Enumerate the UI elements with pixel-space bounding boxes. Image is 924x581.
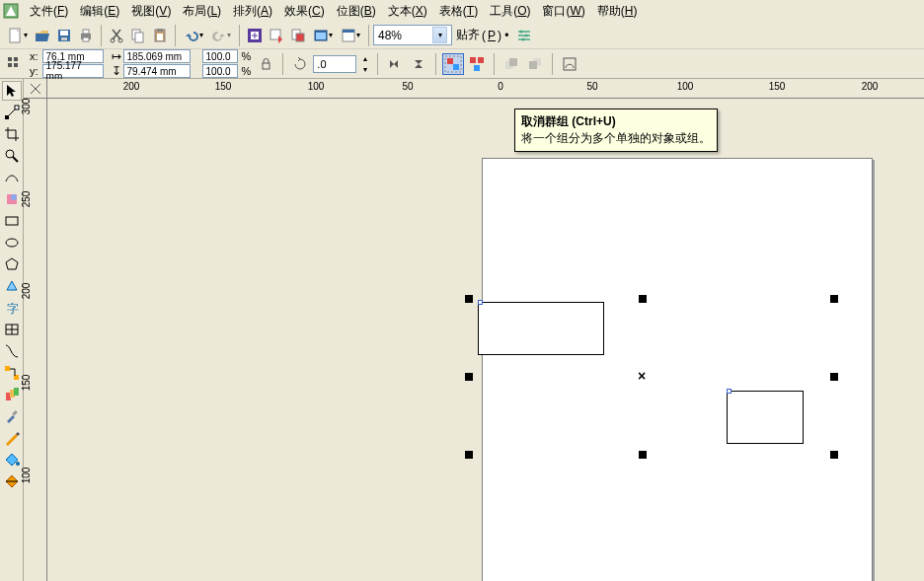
app-launcher-button[interactable]: ▾: [309, 25, 337, 46]
vertical-ruler[interactable]: 300250200150100: [24, 99, 47, 581]
menu-tools[interactable]: 工具(O): [484, 0, 536, 23]
horizontal-ruler[interactable]: 20015010050050100150200: [47, 79, 924, 99]
lock-ratio-button[interactable]: [255, 53, 276, 75]
print-button[interactable]: [75, 25, 97, 46]
fill-tool[interactable]: [2, 450, 22, 470]
x-label: x:: [28, 50, 40, 62]
menu-window[interactable]: 窗口(W): [536, 0, 590, 23]
outline-tool[interactable]: [2, 428, 22, 448]
menu-text[interactable]: 文本(X): [382, 0, 433, 23]
svg-rect-40: [529, 61, 537, 69]
selection-handle[interactable]: [830, 295, 838, 303]
ruler-tick: 250: [21, 189, 32, 209]
mirror-vertical-button[interactable]: [408, 53, 429, 75]
svg-rect-55: [12, 410, 18, 416]
rectangle-shape[interactable]: [727, 391, 804, 444]
freehand-tool[interactable]: [2, 168, 22, 187]
selection-handle[interactable]: [830, 451, 838, 459]
mirror-horizontal-button[interactable]: [384, 53, 406, 75]
snap-to-menu[interactable]: 贴齐(P) •: [452, 27, 513, 43]
selection-handle[interactable]: [465, 451, 473, 459]
ungroup-all-button[interactable]: [466, 53, 488, 75]
zoom-dropdown-icon[interactable]: ▾: [432, 27, 447, 43]
object-origin-marker: [727, 389, 732, 394]
rotation-spin-up[interactable]: ▴: [359, 53, 371, 63]
interactive-fill-tool[interactable]: [2, 472, 22, 491]
copy-button[interactable]: [127, 25, 149, 46]
redo-button[interactable]: ▾: [207, 25, 235, 46]
menu-edit[interactable]: 编辑(E): [74, 0, 125, 23]
import-button[interactable]: [244, 25, 266, 46]
drawing-canvas[interactable]: ×: [47, 99, 924, 581]
rectangle-shape[interactable]: [478, 302, 604, 355]
menu-bar: 文件(F) 编辑(E) 视图(V) 布局(L) 排列(A) 效果(C) 位图(B…: [0, 0, 924, 22]
ruler-tick: 150: [215, 81, 232, 92]
selection-center[interactable]: ×: [638, 368, 646, 384]
dimension-tool[interactable]: [2, 341, 22, 361]
rotation-spin-down[interactable]: ▾: [359, 64, 371, 74]
ellipse-tool[interactable]: [2, 233, 22, 253]
polygon-tool[interactable]: [2, 254, 22, 274]
interactive-blend-tool[interactable]: [2, 385, 22, 404]
shape-tool[interactable]: [2, 103, 22, 122]
selection-handle[interactable]: [639, 451, 647, 459]
selection-handle[interactable]: [465, 295, 473, 303]
table-tool[interactable]: [2, 320, 22, 339]
convert-to-curves-button[interactable]: [559, 53, 580, 75]
width-input[interactable]: 185.069 mm: [123, 49, 191, 63]
menu-arrange[interactable]: 排列(A): [227, 0, 278, 23]
svg-rect-54: [14, 388, 19, 396]
welcome-screen-button[interactable]: ▾: [337, 25, 364, 46]
paste-button[interactable]: [149, 25, 171, 46]
tooltip-body: 将一个组分为多个单独的对象或组。: [521, 130, 711, 147]
text-tool[interactable]: 字: [2, 298, 22, 318]
menu-table[interactable]: 表格(T): [433, 0, 484, 23]
selection-handle[interactable]: [830, 373, 838, 381]
menu-view[interactable]: 视图(V): [125, 0, 177, 23]
rectangle-tool[interactable]: [2, 211, 22, 231]
options-button[interactable]: [513, 25, 535, 46]
svg-point-23: [519, 30, 522, 33]
height-input[interactable]: 79.474 mm: [123, 64, 191, 78]
cut-button[interactable]: [106, 25, 127, 46]
new-button[interactable]: ▾: [4, 25, 32, 46]
smart-fill-tool[interactable]: [2, 189, 22, 209]
scale-x-input[interactable]: 100.0: [202, 49, 238, 63]
width-icon: ↦: [112, 49, 121, 63]
ruler-tick: 50: [586, 81, 597, 92]
basic-shapes-tool[interactable]: [2, 276, 22, 296]
zoom-tool[interactable]: [2, 146, 22, 166]
selection-handle[interactable]: [465, 373, 473, 381]
export-button[interactable]: [266, 25, 287, 46]
scale-y-input[interactable]: 100.0: [202, 64, 238, 78]
menu-bitmap[interactable]: 位图(B): [331, 0, 382, 23]
zoom-level-select[interactable]: 48% ▾: [373, 25, 452, 45]
ungroup-button[interactable]: [442, 53, 464, 75]
to-back-button[interactable]: [524, 53, 546, 75]
svg-rect-16: [270, 30, 280, 39]
svg-point-24: [524, 34, 527, 36]
connector-tool[interactable]: [2, 363, 22, 383]
undo-button[interactable]: ▾: [180, 25, 207, 46]
svg-rect-38: [509, 58, 517, 66]
pick-tool[interactable]: [2, 81, 22, 101]
menu-file[interactable]: 文件(F): [24, 0, 74, 23]
eyedropper-tool[interactable]: [2, 406, 22, 426]
crop-tool[interactable]: [2, 124, 22, 144]
svg-point-25: [521, 37, 524, 40]
save-button[interactable]: [53, 25, 75, 46]
menu-layout[interactable]: 布局(L): [177, 0, 227, 23]
to-front-button[interactable]: [500, 53, 522, 75]
rotation-input[interactable]: .0: [313, 55, 356, 73]
menu-help[interactable]: 帮助(H): [591, 0, 644, 23]
svg-rect-14: [157, 34, 163, 40]
publish-button[interactable]: [287, 25, 309, 46]
menu-effects[interactable]: 效果(C): [278, 0, 331, 23]
ruler-origin[interactable]: [24, 79, 47, 99]
selection-handle[interactable]: [639, 295, 647, 303]
y-position-input[interactable]: 175.177 mm: [42, 64, 104, 78]
ruler-tick: 0: [498, 81, 503, 92]
ruler-tick: 300: [21, 97, 32, 116]
open-button[interactable]: [32, 25, 53, 46]
svg-rect-30: [263, 63, 270, 69]
